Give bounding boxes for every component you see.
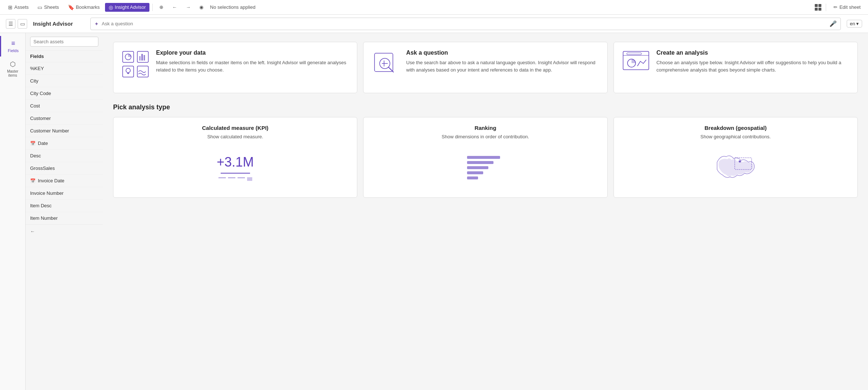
field-item-gross-sales[interactable]: GrossSales [26,162,103,175]
language-label: en [850,21,855,26]
rank-bar-3 [467,166,488,169]
sidebar-item-fields[interactable]: ≡ Fields [0,36,25,57]
ranking-visual [372,145,598,190]
field-item-item-number[interactable]: Item Number [26,212,103,225]
bookmarks-label: Bookmarks [76,4,100,10]
forward-btn[interactable]: → [182,3,194,11]
divider-1 [152,4,153,11]
card-explore-data[interactable]: Explore your data Make selections in fie… [113,42,357,93]
sidebar: ≡ Fields ⬡ Master items Fields %KEY City… [0,33,103,390]
chevron-down-icon: ▾ [856,21,859,26]
ask-question-desc: Use the search bar above to ask a natura… [406,59,600,73]
kpi-line [221,173,250,174]
explore-data-text: Explore your data Make selections in fie… [156,50,350,73]
question-input[interactable] [102,21,827,26]
edit-icon: ✏ [833,4,838,10]
toggle-sidebar-right[interactable]: ▭ [18,19,27,29]
analysis-cards-row: Calculated measure (KPI) Show calculated… [113,117,858,198]
kpi-number: +3.1M [217,154,254,170]
create-analysis-icon-area [621,50,651,79]
smart-search-btn[interactable]: ⊕ [156,3,167,11]
kpi-card-title: Calculated measure (KPI) [202,125,268,131]
back-btn[interactable]: ← [169,3,181,11]
field-item-customer-number-label: Customer Number [30,128,69,134]
sidebar-toggles: ☰ ▭ [6,19,27,29]
field-item-city-code[interactable]: City Code [26,87,103,100]
topbar-insight-advisor[interactable]: ◎ Insight Advisor [105,3,150,12]
language-selector[interactable]: en ▾ [847,20,862,28]
calendar-icon-invoice-date: 📅 [30,178,36,183]
topbar-sheets[interactable]: ▭ Sheets [34,3,62,12]
field-item-customer-number[interactable]: Customer Number [26,125,103,137]
field-item-item-desc[interactable]: Item Desc [26,200,103,212]
fields-section-title: Fields [26,51,103,62]
topbar-assets[interactable]: ⊞ Assets [4,3,32,12]
field-item-desc[interactable]: Desc [26,150,103,162]
insight-advisor-label: Insight Advisor [115,4,146,10]
sheets-label: Sheets [44,4,59,10]
ask-question-svg [371,50,400,79]
microphone-icon[interactable]: 🎤 [829,20,837,27]
field-item-cost[interactable]: Cost [26,100,103,112]
svg-rect-18 [627,53,641,55]
topbar-bookmarks[interactable]: 🔖 Bookmarks [64,3,104,12]
no-selections: No selections applied [210,4,256,10]
sidebar-collapse-btn[interactable]: ← [26,225,103,238]
pick-analysis-heading: Pick analysis type [113,103,858,111]
ranking-card-title: Ranking [474,125,496,131]
selections-btn[interactable]: ◉ [196,3,207,11]
svg-rect-5 [139,56,141,61]
ranking-card-desc: Show dimensions in order of contribution… [442,134,529,139]
calendar-icon-date: 📅 [30,141,36,146]
grid-view-btn[interactable] [815,4,821,11]
search-assets-container [26,33,103,51]
svg-rect-6 [141,54,143,61]
field-item-invoice-date[interactable]: 📅 Invoice Date [26,175,103,187]
svg-point-20 [739,160,741,163]
sidebar-item-master-items[interactable]: ⬡ Master items [0,57,25,81]
field-item-pct-key[interactable]: %KEY [26,62,103,75]
insight-advisor-icon: ◎ [109,4,113,10]
svg-rect-7 [144,55,145,61]
insight-bar: ☰ ▭ Insight Advisor ✦ 🎤 en ▾ [0,15,868,33]
sparkle-icon: ✦ [94,21,99,27]
card-create-analysis[interactable]: Create an analysis Choose an analysis ty… [614,42,858,93]
fields-panel: Fields %KEY City City Code Cost Customer… [26,33,103,390]
field-item-date-label: Date [38,141,48,146]
geo-map-svg [713,151,757,184]
analysis-card-ranking[interactable]: Ranking Show dimensions in order of cont… [363,117,607,198]
rank-bar-1 [467,156,500,159]
question-search-bar[interactable]: ✦ 🎤 [90,18,841,30]
analysis-card-kpi[interactable]: Calculated measure (KPI) Show calculated… [113,117,357,198]
sidebar-nav: ≡ Fields ⬡ Master items [0,33,26,390]
master-items-nav-label: Master items [2,69,23,77]
rank-bar-2 [467,161,493,164]
analysis-card-geo[interactable]: Breakdown (geospatial) Show geographical… [614,117,858,198]
field-item-customer[interactable]: Customer [26,112,103,125]
topbar-right: ✏ Edit sheet [815,3,864,11]
main-layout: ≡ Fields ⬡ Master items Fields %KEY City… [0,33,868,390]
fields-nav-label: Fields [8,48,18,53]
search-assets-input[interactable] [30,37,98,47]
field-item-gross-sales-label: GrossSales [30,165,55,171]
toggle-sidebar-left[interactable]: ☰ [6,19,15,29]
field-item-city[interactable]: City [26,75,103,87]
kpi-dots [218,177,252,181]
create-analysis-desc: Choose an analysis type below. Insight A… [657,59,850,73]
master-items-icon: ⬡ [10,60,16,68]
field-item-invoice-number[interactable]: Invoice Number [26,187,103,200]
card-ask-question[interactable]: Ask a question Use the search bar above … [363,42,607,93]
geo-card-desc: Show geographical contributions. [701,134,771,139]
collapse-icon: ← [30,229,35,234]
assets-label: Assets [14,4,29,10]
field-item-date[interactable]: 📅 Date [26,137,103,150]
ask-question-text: Ask a question Use the search bar above … [406,50,600,73]
geo-visual [623,145,849,190]
field-item-item-desc-label: Item Desc [30,203,52,208]
explore-data-title: Explore your data [156,50,350,56]
back-icon: ← [172,4,177,10]
rank-bar-5 [467,176,478,179]
edit-sheet-button[interactable]: ✏ Edit sheet [831,3,864,11]
create-analysis-text: Create an analysis Choose an analysis ty… [657,50,850,73]
svg-rect-3 [137,66,148,77]
